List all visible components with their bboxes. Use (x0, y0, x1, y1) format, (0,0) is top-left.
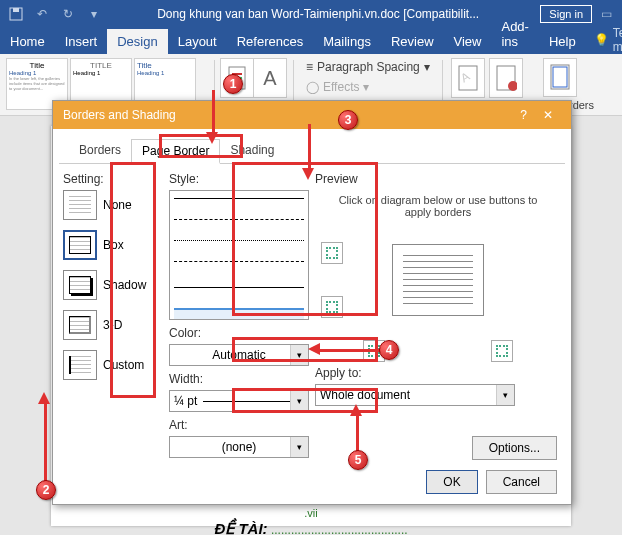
callout-1: 1 (223, 74, 243, 94)
setting-none[interactable]: None (63, 190, 163, 220)
page-color-icon[interactable] (489, 58, 523, 98)
callout-2: 2 (36, 480, 56, 500)
apply-to-combo[interactable]: Whole document▾ (315, 384, 515, 406)
setting-3d[interactable]: 3-D (63, 310, 163, 340)
document-title: Dong khung van ban Word-Taimienphi.vn.do… (102, 7, 534, 21)
tab-shading[interactable]: Shading (220, 139, 284, 163)
tab-help[interactable]: Help (539, 29, 586, 54)
tab-view[interactable]: View (444, 29, 492, 54)
save-icon[interactable] (8, 6, 24, 22)
style-list[interactable] (169, 190, 309, 320)
tab-home[interactable]: Home (0, 29, 55, 54)
fonts-icon[interactable]: A (253, 58, 287, 98)
arrow-head-icon (302, 168, 314, 180)
callout-3: 3 (338, 110, 358, 130)
sign-in-button[interactable]: Sign in (540, 5, 592, 23)
ok-button[interactable]: OK (426, 470, 477, 494)
tab-references[interactable]: References (227, 29, 313, 54)
close-icon[interactable]: ✕ (535, 108, 561, 122)
borders-shading-dialog: Borders and Shading ? ✕ Borders Page Bor… (52, 100, 572, 505)
effects-button[interactable]: ◯Effects ▾ (302, 78, 434, 96)
arrow-head-icon (350, 404, 362, 416)
preview-diagram[interactable] (315, 230, 561, 330)
color-combo[interactable]: Automatic▾ (169, 344, 309, 366)
undo-icon[interactable]: ↶ (34, 6, 50, 22)
chevron-down-icon: ▾ (290, 437, 308, 457)
vii-text: .vii (304, 507, 317, 519)
tab-layout[interactable]: Layout (168, 29, 227, 54)
detai-label: ĐỀ TÀI: (214, 520, 267, 535)
cancel-button[interactable]: Cancel (486, 470, 557, 494)
annotation-arrow (212, 90, 215, 136)
tab-review[interactable]: Review (381, 29, 444, 54)
watermark-icon[interactable]: A (451, 58, 485, 98)
arrow-head-icon (38, 392, 50, 404)
qat-dropdown-icon[interactable]: ▾ (86, 6, 102, 22)
tab-mailings[interactable]: Mailings (313, 29, 381, 54)
dialog-title: Borders and Shading (63, 108, 176, 122)
options-button[interactable]: Options... (472, 436, 557, 460)
annotation-arrow (356, 412, 359, 454)
tab-design[interactable]: Design (107, 29, 167, 54)
tab-borders[interactable]: Borders (69, 139, 131, 163)
annotation-arrow (316, 349, 384, 352)
chevron-down-icon: ▾ (290, 345, 308, 365)
annotation-arrow (308, 124, 311, 172)
tell-me[interactable]: 💡Tell me (586, 26, 622, 54)
setting-label: Setting: (63, 172, 163, 186)
tab-insert[interactable]: Insert (55, 29, 108, 54)
redo-icon[interactable]: ↻ (60, 6, 76, 22)
bulb-icon: 💡 (594, 33, 609, 47)
setting-custom[interactable]: Custom (63, 350, 163, 380)
chevron-down-icon: ▾ (496, 385, 514, 405)
setting-box[interactable]: Box (63, 230, 163, 260)
art-label: Art: (169, 418, 309, 432)
edge-bottom-button[interactable] (321, 296, 343, 318)
edge-top-button[interactable] (321, 242, 343, 264)
arrow-head-icon (308, 343, 320, 355)
preview-hint: Click on diagram below or use buttons to… (315, 190, 561, 222)
apply-to-label: Apply to: (315, 366, 561, 380)
setting-shadow[interactable]: Shadow (63, 270, 163, 300)
paragraph-spacing-button[interactable]: ≡Paragraph Spacing ▾ (302, 58, 434, 76)
svg-rect-1 (13, 8, 19, 12)
para-icon: ≡ (306, 60, 313, 74)
tab-addins[interactable]: Add-ins (491, 14, 538, 54)
arrow-head-icon (206, 132, 218, 144)
page-borders-icon[interactable] (543, 58, 577, 97)
preview-label: Preview (315, 172, 561, 186)
annotation-arrow (44, 398, 47, 482)
help-icon[interactable]: ? (512, 108, 535, 122)
callout-4: 4 (379, 340, 399, 360)
chevron-down-icon: ▾ (290, 391, 308, 411)
edge-right-button[interactable] (491, 340, 513, 362)
effects-icon: ◯ (306, 80, 319, 94)
art-combo[interactable]: (none)▾ (169, 436, 309, 458)
callout-5: 5 (348, 450, 368, 470)
width-label: Width: (169, 372, 309, 386)
ribbon-options-icon[interactable]: ▭ (598, 6, 614, 22)
width-combo[interactable]: ¼ pt▾ (169, 390, 309, 412)
svg-rect-10 (551, 65, 569, 89)
style-label: Style: (169, 172, 309, 186)
color-label: Color: (169, 326, 309, 340)
